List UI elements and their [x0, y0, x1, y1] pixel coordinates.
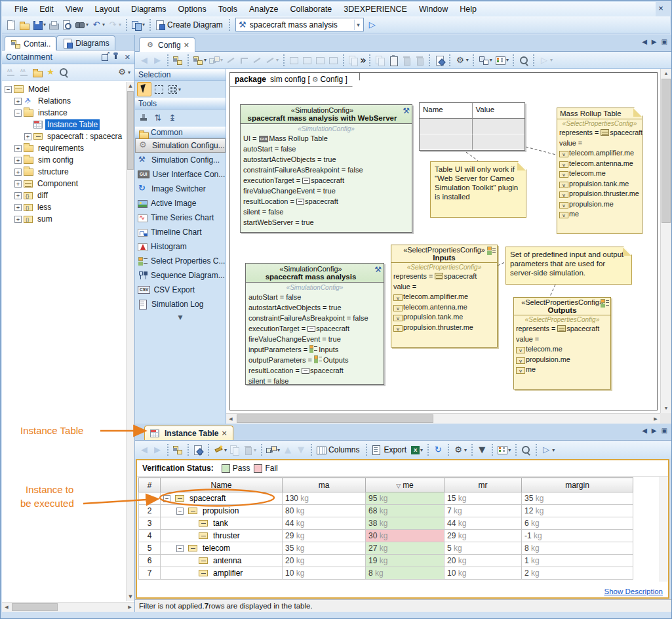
outputs-box[interactable]: «SelectPropertiesConfig»Outputs«SelectPr…	[513, 297, 611, 389]
parameters-note[interactable]: Set of predefined input and output param…	[505, 247, 632, 285]
tree-item-structure[interactable]: +structure	[2, 166, 126, 178]
palette-item-time-series-chart[interactable]: Time Series Chart	[135, 210, 226, 225]
collapse-icon[interactable]: −	[5, 86, 12, 93]
refresh-button[interactable]: ↻	[431, 443, 445, 457]
mass-rollup-table-box[interactable]: Mass Rollup Table«SelectPropertiesConfig…	[557, 108, 642, 234]
diagram-hierarchy-button[interactable]: ▾	[191, 53, 208, 68]
delete-from-model-button[interactable]	[413, 53, 426, 68]
expand-icon[interactable]: +	[14, 157, 22, 164]
dropdown-icon[interactable]: ▾	[178, 87, 181, 92]
expand-icon[interactable]: +	[14, 145, 22, 152]
dropdown-icon[interactable]: ▾	[43, 22, 46, 28]
menu-layout[interactable]: Layout	[89, 3, 126, 15]
palette-item-select-properties-c-[interactable]: Select Properties C...	[135, 254, 226, 268]
palette-item-sequence-diagram-[interactable]: Sequence Diagram...	[135, 268, 226, 283]
expand-icon[interactable]: +	[14, 180, 22, 188]
scroll-down-icon[interactable]: ▼	[661, 404, 671, 413]
palette-item-user-interface-con-[interactable]: GUIUser Interface Con...	[135, 167, 226, 182]
scroll-up-icon[interactable]: ▲	[661, 69, 671, 78]
dropdown-icon[interactable]: ▾	[508, 447, 511, 453]
legend-button[interactable]: ▾	[496, 443, 512, 457]
move-up-button[interactable]: ▲	[281, 443, 294, 457]
copy-button[interactable]	[374, 53, 387, 68]
dropdown-icon[interactable]: ▾	[277, 447, 280, 453]
maximize-panel-icon[interactable]: ▣	[662, 427, 667, 434]
sticky-tool-button[interactable]	[137, 111, 150, 125]
show-description-link[interactable]: Show Description	[604, 588, 663, 595]
specification-button[interactable]	[191, 443, 205, 457]
menu-file[interactable]: File	[9, 3, 33, 15]
dropdown-icon[interactable]: ▾	[254, 447, 256, 453]
add-related-elements-button[interactable]: ▾	[208, 53, 224, 68]
dropdown-icon[interactable]: ▾	[464, 447, 467, 453]
find-button[interactable]	[519, 443, 532, 457]
dropdown-icon[interactable]: ▾	[224, 447, 227, 453]
scrollbar-thumb[interactable]	[127, 91, 134, 170]
tab-diagrams[interactable]: Diagrams	[56, 35, 115, 50]
simconfig-webserver-box[interactable]: «SimulationConfig»spacecraft mass analys…	[240, 104, 412, 233]
menu-view[interactable]: View	[60, 3, 89, 15]
tree-item-instance-table[interactable]: Instance Table	[2, 119, 126, 130]
make-same-size-button[interactable]	[300, 53, 313, 68]
tree-item-instance[interactable]: −instance	[2, 107, 126, 119]
close-tab-icon[interactable]: ×	[184, 41, 189, 49]
tree-item-model[interactable]: −Model	[2, 83, 126, 95]
change-path-button[interactable]: ▾	[264, 53, 280, 68]
dropdown-icon[interactable]: ▾	[128, 70, 130, 75]
canvas-horizontal-scrollbar[interactable]: ◀ ▶	[226, 413, 660, 424]
column-header-num[interactable]: #	[139, 478, 161, 492]
paste-button[interactable]	[387, 53, 400, 68]
palette-item-simulation-config-[interactable]: Simulation Config...	[135, 153, 226, 167]
show-in-containment-tree-button[interactable]	[171, 443, 184, 457]
export-button[interactable]: Export	[370, 443, 410, 457]
scroll-up-icon[interactable]: ▲	[127, 82, 134, 90]
float-window-icon[interactable]	[100, 52, 110, 62]
collapse-all-button[interactable]	[5, 65, 18, 79]
print-preview-button[interactable]	[60, 18, 73, 32]
redo-button[interactable]: ↷▾	[106, 18, 123, 32]
layout-button[interactable]: ▾	[477, 53, 494, 68]
vertical-collapse-button[interactable]: ↨	[166, 111, 179, 125]
simconfig-main-box[interactable]: «SimulationConfig»spacecraft mass analys…	[245, 263, 384, 385]
overlap-button[interactable]	[347, 53, 360, 68]
dropdown-icon[interactable]: ▾	[204, 57, 207, 63]
open-project-button[interactable]	[18, 18, 31, 32]
table-row-amplifier[interactable]: 7amplifier10 kg8 kg10 kg2 kg	[139, 567, 633, 580]
next-tab-icon[interactable]: ▶	[652, 427, 657, 434]
menu-collaborate[interactable]: Collaborate	[284, 3, 338, 15]
run-configuration-button[interactable]: ▷	[366, 18, 379, 32]
zoom-button[interactable]	[517, 53, 530, 68]
menu-help[interactable]: Help	[454, 3, 483, 15]
delete-symbol-button[interactable]	[400, 53, 413, 68]
autosize-button[interactable]	[287, 53, 300, 68]
scroll-right-icon[interactable]: ▶	[125, 603, 134, 612]
expand-icon[interactable]: +	[24, 133, 31, 140]
menu-options[interactable]: Options	[172, 3, 212, 15]
table-row-propulsion[interactable]: 2−propulsion80 kg68 kg7 kg12 kg	[139, 505, 633, 517]
collapse-icon[interactable]: −	[14, 110, 22, 117]
dropdown-icon[interactable]: ▾	[506, 57, 509, 63]
dropdown-icon[interactable]: ▾	[550, 57, 553, 63]
menu-tools[interactable]: Tools	[212, 3, 243, 15]
expand-icon[interactable]: +	[14, 98, 22, 105]
forward-button[interactable]: ▶	[151, 53, 164, 68]
line-style-button[interactable]	[224, 53, 237, 68]
tree-item-spacecraft-spacecra[interactable]: +spacecraft : spacecra	[2, 130, 126, 142]
table-row-telecom[interactable]: 5−telecom35 kg27 kg5 kg8 kg	[139, 542, 633, 555]
find-button[interactable]: ▾	[73, 18, 90, 32]
expand-icon[interactable]: +	[14, 216, 22, 223]
back-button[interactable]: ◀	[138, 443, 151, 457]
delete-button[interactable]: ▾	[241, 443, 258, 457]
expand-icon[interactable]: +	[14, 192, 22, 199]
next-tab-icon[interactable]: ▶	[652, 38, 657, 45]
tree-item-diff[interactable]: +diff	[2, 190, 126, 201]
marquee-select-button[interactable]	[153, 82, 165, 96]
tree-item-sum[interactable]: +sum	[2, 213, 126, 225]
collapse-icon[interactable]: −	[176, 545, 184, 552]
webserver-note[interactable]: Table UI will only work if "Web Server f…	[430, 161, 526, 218]
menu-analyze[interactable]: Analyze	[243, 3, 284, 15]
group-select-button[interactable]: ▾	[167, 82, 182, 96]
menu-diagrams[interactable]: Diagrams	[125, 3, 172, 15]
palette-item-image-switcher[interactable]: Image Switcher	[135, 182, 226, 196]
dropdown-icon[interactable]: ▾	[220, 57, 223, 63]
